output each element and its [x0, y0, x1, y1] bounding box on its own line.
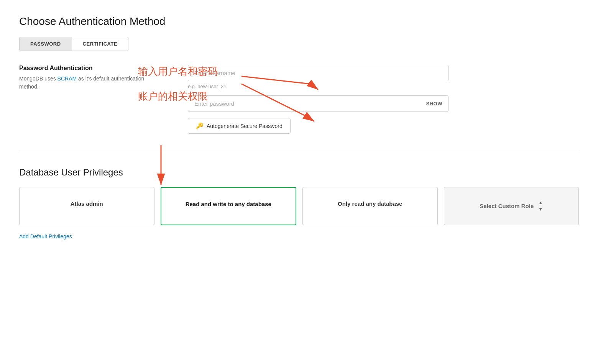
scram-link[interactable]: SCRAM — [58, 75, 77, 82]
privilege-card-read-write[interactable]: Read and write to any database — [161, 187, 297, 225]
section-divider — [19, 153, 579, 153]
password-group: SHOW — [188, 95, 449, 112]
auth-description-title: Password Authentication — [19, 65, 165, 72]
username-group: e.g. new-user_31 — [188, 65, 449, 89]
form-fields: e.g. new-user_31 SHOW 🔑 Autogenerate Sec… — [188, 65, 449, 134]
auth-description-body: MongoDB uses SCRAM as it's default authe… — [19, 75, 165, 91]
tab-certificate[interactable]: CERTIFICATE — [72, 37, 128, 51]
password-input[interactable] — [188, 95, 449, 112]
username-input[interactable] — [188, 65, 449, 81]
tab-password[interactable]: PASSWORD — [20, 37, 72, 51]
page-title: Choose Authentication Method — [19, 15, 579, 28]
privilege-card-read-only[interactable]: Only read any database — [302, 187, 438, 225]
autogenerate-label: Autogenerate Secure Password — [207, 123, 283, 129]
auth-section: Password Authentication MongoDB uses SCR… — [19, 65, 579, 134]
privileges-section: Database User Privileges Atlas admin Rea… — [19, 167, 579, 240]
privileges-title: Database User Privileges — [19, 167, 579, 178]
auth-tabs: PASSWORD CERTIFICATE — [19, 37, 128, 51]
autogenerate-button[interactable]: 🔑 Autogenerate Secure Password — [188, 118, 291, 134]
privilege-card-custom-role[interactable]: Select Custom Role ▲▼ — [444, 187, 579, 225]
add-privileges-link[interactable]: Add Default Privileges — [19, 233, 72, 239]
show-password-button[interactable]: SHOW — [426, 101, 442, 107]
username-hint: e.g. new-user_31 — [188, 84, 449, 89]
select-arrows-icon: ▲▼ — [538, 200, 543, 213]
key-icon: 🔑 — [196, 122, 204, 130]
custom-role-label: Select Custom Role — [480, 202, 534, 210]
privilege-card-atlas-admin[interactable]: Atlas admin — [19, 187, 154, 225]
auth-description: Password Authentication MongoDB uses SCR… — [19, 65, 165, 91]
privilege-cards: Atlas admin Read and write to any databa… — [19, 187, 579, 225]
password-wrapper: SHOW — [188, 95, 449, 112]
